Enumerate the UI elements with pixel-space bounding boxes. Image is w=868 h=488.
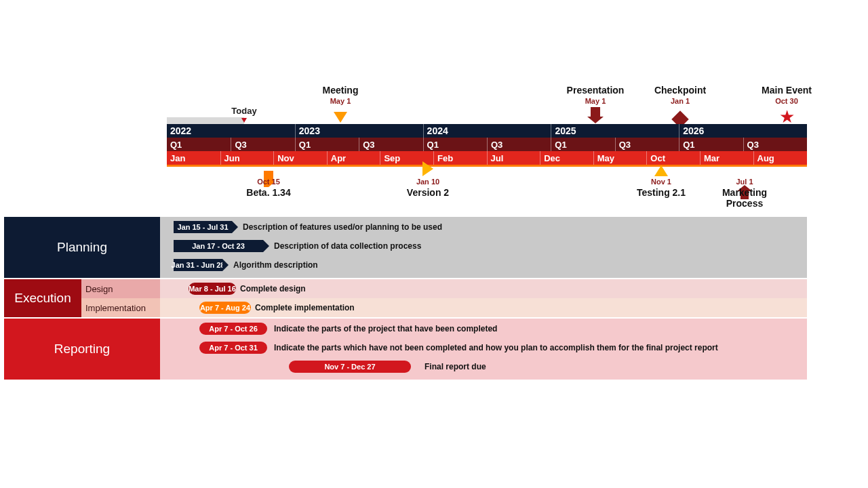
milestone-marker-icon xyxy=(334,112,347,123)
milestone-date: Jan 1 xyxy=(639,97,721,105)
task-bar: Apr 7 - Aug 24 xyxy=(199,302,251,314)
lane-execution: Execution Design Implementation Mar 8 - … xyxy=(4,279,807,317)
milestone-title: Main Event xyxy=(746,85,827,96)
task-desc: Final report due xyxy=(425,362,486,371)
task-bar: Apr 7 - Oct 26 xyxy=(199,323,267,335)
timeline-slide: Today Meeting May 1 Presentation May 1 C… xyxy=(0,0,868,488)
task-range: Nov 7 - Dec 27 xyxy=(324,363,375,371)
quarter-cell: Q3 xyxy=(359,138,422,151)
task-desc: Complete design xyxy=(240,284,306,293)
task-bar: Jan 15 - Jul 31 xyxy=(174,221,232,233)
milestone-title: Beta. 1.34 xyxy=(228,187,309,198)
task-desc: Indicate the parts which have not been c… xyxy=(274,343,718,352)
today-label: Today xyxy=(231,106,256,116)
month-cell: Dec xyxy=(540,151,593,165)
task-desc: Description of features used/or planning… xyxy=(243,222,442,232)
year-cell: 2022 xyxy=(167,124,295,138)
task-range: Apr 7 - Oct 31 xyxy=(209,344,258,352)
lane-body: Jan 15 - Jul 31 Description of features … xyxy=(160,217,807,278)
quarter-cell: Q1 xyxy=(551,138,614,151)
milestone-main-event: Main Event Oct 30 xyxy=(746,85,827,105)
task-range: Jan 31 - Jun 28 xyxy=(172,261,225,269)
lane-header: Reporting xyxy=(4,319,160,380)
milestone-marker-icon xyxy=(591,107,600,117)
milestone-title: Marketing Process xyxy=(704,187,785,209)
sublane-design: Design xyxy=(81,279,160,298)
task-range: Jan 17 - Oct 23 xyxy=(192,242,245,250)
year-cell: 2025 xyxy=(551,124,679,138)
milestone-date: May 1 xyxy=(555,97,636,105)
month-cell: Feb xyxy=(433,151,487,165)
milestone-testing: Nov 1 Testing 2.1 xyxy=(620,178,702,198)
today-marker-icon xyxy=(241,118,247,123)
lane-reporting: Reporting Apr 7 - Oct 26 Indicate the pa… xyxy=(4,319,807,380)
milestone-date: Nov 1 xyxy=(620,178,702,186)
milestone-title: Presentation xyxy=(555,85,636,96)
task-desc: Description of data collection process xyxy=(274,241,421,251)
timeline-baseline xyxy=(167,165,807,167)
task-desc: Indicate the parts of the project that h… xyxy=(274,324,497,333)
lane-planning: Planning Jan 15 - Jul 31 Description of … xyxy=(4,217,807,278)
star-icon: ★ xyxy=(779,110,795,123)
lane-body: Mar 8 - Jul 16 Complete design Apr 7 - A… xyxy=(160,279,807,317)
month-cell: Jun xyxy=(220,151,274,165)
task-bar: Apr 7 - Oct 31 xyxy=(199,342,267,354)
lane-header: Planning xyxy=(4,217,160,278)
milestone-date: Oct 30 xyxy=(746,97,827,105)
task-bar: Jan 17 - Oct 23 xyxy=(174,240,263,252)
month-cell: Mar xyxy=(700,151,753,165)
quarter-cell: Q3 xyxy=(615,138,679,151)
milestone-presentation: Presentation May 1 xyxy=(555,85,636,105)
timeline-band: 2022 2023 2024 2025 2026 Q1 Q3 Q1 Q3 Q1 … xyxy=(167,124,807,167)
milestone-title: Meeting xyxy=(300,85,381,96)
month-cell: Aug xyxy=(753,151,807,165)
month-cell: Jan xyxy=(167,151,220,165)
month-cell: Jul xyxy=(487,151,540,165)
year-cell: 2023 xyxy=(295,124,423,138)
task-range: Apr 7 - Oct 26 xyxy=(209,325,258,333)
months-row: Jan Jun Nov Apr Sep Feb Jul Dec May Oct … xyxy=(167,151,807,165)
milestone-title: Testing 2.1 xyxy=(620,187,702,198)
task-desc: Complete implementation xyxy=(255,303,355,312)
years-row: 2022 2023 2024 2025 2026 xyxy=(167,124,807,138)
milestone-meeting: Meeting May 1 xyxy=(300,85,381,105)
milestone-date: Jan 10 xyxy=(387,178,469,186)
sublane-implementation: Implementation xyxy=(81,298,160,317)
month-cell: May xyxy=(593,151,647,165)
swimlanes: Planning Jan 15 - Jul 31 Description of … xyxy=(4,216,807,380)
task-bar: Jan 31 - Jun 28 xyxy=(174,259,222,271)
milestone-date: Oct 15 xyxy=(228,178,309,186)
milestone-marker-icon xyxy=(422,161,433,176)
milestone-marketing: Jul 1 Marketing Process xyxy=(704,178,785,209)
task-bar: Mar 8 - Jul 16 xyxy=(189,283,236,295)
month-cell: Nov xyxy=(273,151,327,165)
task-bar: Nov 7 - Dec 27 xyxy=(289,361,411,373)
quarter-cell: Q1 xyxy=(295,138,359,151)
milestone-title: Checkpoint xyxy=(639,85,721,96)
lane-body: Apr 7 - Oct 26 Indicate the parts of the… xyxy=(160,319,807,380)
milestone-marker-icon xyxy=(654,165,668,176)
quarter-cell: Q1 xyxy=(679,138,743,151)
quarter-cell: Q1 xyxy=(423,138,487,151)
milestone-date: Jul 1 xyxy=(704,178,785,186)
year-cell: 2026 xyxy=(679,124,807,138)
milestone-beta: Oct 15 Beta. 1.34 xyxy=(228,178,309,198)
milestone-version2: Jan 10 Version 2 xyxy=(387,178,469,198)
lane-header: Execution xyxy=(4,279,81,317)
quarter-cell: Q3 xyxy=(743,138,807,151)
milestone-checkpoint: Checkpoint Jan 1 xyxy=(639,85,721,105)
month-cell: Apr xyxy=(327,151,380,165)
task-range: Apr 7 - Aug 24 xyxy=(200,304,250,312)
quarters-row: Q1 Q3 Q1 Q3 Q1 Q3 Q1 Q3 Q1 Q3 xyxy=(167,138,807,151)
quarter-cell: Q3 xyxy=(487,138,551,151)
task-range: Mar 8 - Jul 16 xyxy=(189,285,236,293)
today-progress-bar xyxy=(167,117,244,124)
quarter-cell: Q1 xyxy=(167,138,231,151)
lane-sublabels: Design Implementation xyxy=(81,279,160,317)
task-desc: Algorithm description xyxy=(233,260,318,270)
milestone-title: Version 2 xyxy=(387,187,469,198)
month-cell: Oct xyxy=(646,151,700,165)
task-range: Jan 15 - Jul 31 xyxy=(177,223,228,231)
quarter-cell: Q3 xyxy=(231,138,294,151)
year-cell: 2024 xyxy=(423,124,551,138)
